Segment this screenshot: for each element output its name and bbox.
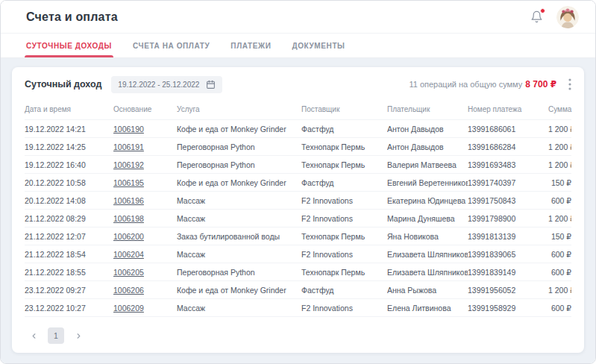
cell-supplier: Технопарк Пермь [301,142,387,151]
date-range-picker[interactable]: 19.12.2022 - 25.12.2022 [111,76,222,93]
column-header-supplier: Поставщик [301,99,387,119]
notification-dot [540,8,545,13]
cell-sum: 1 200 ₽ [548,142,571,151]
cell-service: Кофе и еда от Monkey Grinder [177,178,301,187]
tab-invoices[interactable]: СЧЕТА НА ОПЛАТУ [133,34,210,57]
cell-supplier: Технопарк Пермь [301,268,387,277]
cell-basis: 1006195 [113,178,177,187]
column-header-sum: Сумма [548,99,576,119]
tab-daily-income[interactable]: СУТОЧНЫЕ ДОХОДЫ [26,34,112,57]
cell-sum: 600 ₽ [548,196,571,205]
operations-summary-text: 11 операций на общую сумму [409,80,522,89]
basis-link[interactable]: 1006206 [113,286,144,295]
cell-basis: 1006192 [113,160,177,169]
cell-basis: 1006198 [113,214,177,223]
cell-payment-number: 13991813139 [468,232,548,241]
basis-link[interactable]: 1006192 [113,160,144,169]
cell-payment-number: 13991686061 [468,125,548,134]
cell-payment-number: 13991750843 [468,196,548,205]
table-row: 20.12.2022 10:58 1006195 Кофе и еда от M… [25,173,571,191]
cell-payment-number: 13991686284 [468,142,548,151]
cell-service: Кофе и еда от Monkey Grinder [177,125,301,134]
cell-service: Массаж [177,196,301,205]
cell-payer: Евгений Веретенников [387,178,468,187]
cell-basis: 1006205 [113,268,177,277]
table-row: 23.12.2022 10:27 1006209 Массаж F2 Innov… [25,298,571,316]
cell-sum: 600 ₽ [548,250,571,259]
cell-payer: Екатерина Юдинцева [387,196,468,205]
chevron-right-icon [75,332,83,340]
cell-service: Кофе и еда от Monkey Grinder [177,286,301,295]
cell-payer: Антон Давыдов [387,142,468,151]
table-row: 19.12.2022 14:25 1006191 Переговорная Py… [25,137,571,155]
cell-payment-number: 13991958929 [468,304,548,313]
table-row: 21.12.2022 12:07 1006200 Заказ бутилиров… [25,227,571,245]
column-header-payment-number: Номер платежа [468,99,548,119]
cell-payer: Валерия Матвеева [387,160,468,169]
table-row: 21.12.2022 18:54 1006204 Массаж F2 Innov… [25,245,571,263]
basis-link[interactable]: 1006209 [113,304,144,313]
cell-service: Переговорная Python [177,142,301,151]
panel-toolbar: Суточный доход 19.12.2022 - 25.12.2022 [12,67,584,99]
next-page-button[interactable] [69,327,87,345]
app-window: Счета и оплата [0,0,596,364]
chevron-left-icon [30,332,38,340]
cell-sum: 1 200 ₽ [548,125,571,134]
cell-datetime: 23.12.2022 10:27 [25,304,113,313]
cell-datetime: 20.12.2022 10:58 [25,178,113,187]
table-row: 20.12.2022 14:08 1006196 Массаж F2 Innov… [25,191,571,209]
basis-link[interactable]: 1006191 [113,142,144,151]
column-header-payer: Плательщик [387,99,468,119]
kebab-menu-icon [568,78,571,90]
cell-service: Массаж [177,214,301,223]
avatar-image-icon [556,6,579,28]
cell-sum: 150 ₽ [548,178,571,187]
cell-supplier: Технопарк Пермь [301,232,387,241]
pagination: 1 [12,317,584,356]
calendar-icon [206,80,216,90]
panel-menu-button[interactable] [565,75,574,93]
basis-link[interactable]: 1006198 [113,214,144,223]
date-range-value: 19.12.2022 - 25.12.2022 [118,81,199,89]
cell-payer: Антон Давыдов [387,125,468,134]
cell-supplier: Фастфуд [301,286,387,295]
cell-sum: 600 ₽ [548,268,571,277]
cell-payer: Елизавета Шляпникова [387,250,468,259]
user-avatar[interactable] [556,6,579,28]
tab-documents[interactable]: ДОКУМЕНТЫ [292,34,345,57]
notifications-button[interactable] [529,8,545,25]
cell-payment-number: 13991693483 [468,160,548,169]
basis-link[interactable]: 1006205 [113,268,144,277]
operations-summary: 11 операций на общую сумму8 700 ₽ [409,79,556,90]
basis-link[interactable]: 1006200 [113,232,144,241]
cell-supplier: F2 Innovations [301,214,387,223]
basis-link[interactable]: 1006196 [113,196,144,205]
table-row: 19.12.2022 14:21 1006190 Кофе и еда от M… [25,119,571,137]
cell-datetime: 23.12.2022 09:27 [25,286,113,295]
table-row: 23.12.2022 09:27 1006206 Кофе и еда от M… [25,280,571,298]
table-body: 19.12.2022 14:21 1006190 Кофе и еда от M… [25,119,571,317]
prev-page-button[interactable] [25,327,43,345]
cell-service: Массаж [177,250,301,259]
basis-link[interactable]: 1006204 [113,250,144,259]
current-page-indicator[interactable]: 1 [48,327,64,344]
cell-payer: Анна Рыжова [387,286,468,295]
cell-datetime: 21.12.2022 18:54 [25,250,113,259]
cell-basis: 1006196 [113,196,177,205]
page-title: Счета и оплата [26,10,118,24]
cell-datetime: 20.12.2022 14:08 [25,196,113,205]
app-header: Счета и оплата [1,1,595,34]
cell-datetime: 21.12.2022 08:29 [25,214,113,223]
cell-payer: Елена Литвинова [387,304,468,313]
cell-payment-number: 13991798900 [468,214,548,223]
cell-basis: 1006191 [113,142,177,151]
cell-payment-number: 13991740397 [468,178,548,187]
basis-link[interactable]: 1006195 [113,178,144,187]
cell-sum: 1 200 ₽ [548,286,571,295]
daily-income-panel: Суточный доход 19.12.2022 - 25.12.2022 [12,67,584,353]
panel-title: Суточный доход [25,79,101,90]
table-row: 19.12.2022 16:40 1006192 Переговорная Py… [25,155,571,173]
tab-payments[interactable]: ПЛАТЕЖИ [230,34,271,57]
cell-supplier: F2 Innovations [301,250,387,259]
basis-link[interactable]: 1006190 [113,125,144,134]
